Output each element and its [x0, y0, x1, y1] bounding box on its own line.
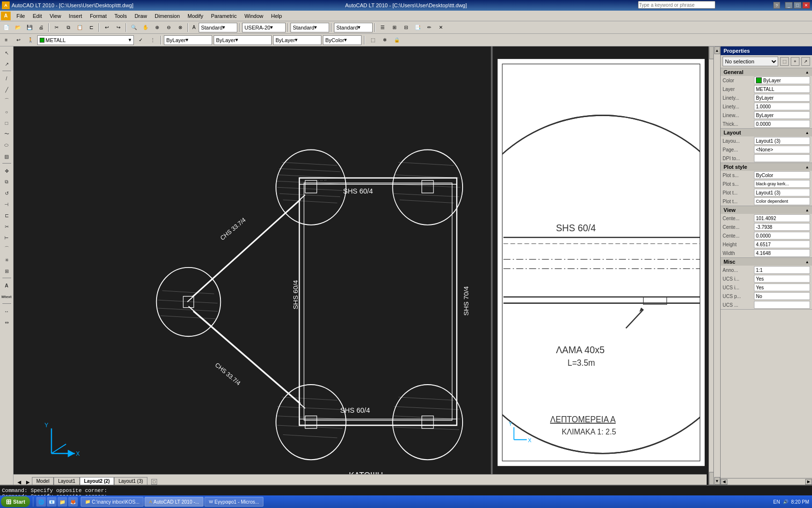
scroll-left-btn[interactable]: ◀	[15, 479, 23, 485]
layer-walk-btn[interactable]: 🚶	[25, 35, 36, 45]
plotstyle-dropdown[interactable]: ByColor▾	[323, 35, 362, 45]
arc-btn[interactable]: ⌒	[1, 95, 12, 106]
ucs-value[interactable]	[754, 301, 810, 309]
scroll-right-btn[interactable]: ▶	[24, 479, 32, 485]
open-btn[interactable]: 📂	[13, 22, 23, 33]
select-obj-btn[interactable]: ↗	[801, 57, 810, 66]
general-header[interactable]: General ▲	[721, 68, 812, 76]
spline-btn[interactable]: 〜	[1, 129, 12, 139]
ucs2-value[interactable]: Yes	[754, 284, 810, 291]
menu-dimension[interactable]: Dimension	[151, 12, 184, 20]
layout-value[interactable]: Layout1 (3)	[754, 137, 810, 145]
search-input[interactable]	[638, 1, 715, 9]
close-file-btn[interactable]: ✕	[435, 22, 446, 33]
scroll-right-right-btn[interactable]: ▶	[805, 479, 812, 485]
style-dropdown[interactable]: Standard▾	[199, 23, 237, 32]
menu-help[interactable]: Help	[267, 12, 286, 20]
annotation-dropdown[interactable]: USERA-20▾	[242, 23, 286, 32]
pickadd-btn[interactable]: +	[791, 57, 799, 66]
ucsp-value[interactable]: No	[754, 292, 810, 300]
circle-btn[interactable]: ○	[1, 106, 12, 117]
anno-value[interactable]: 1:1	[754, 266, 810, 274]
mirror-btn[interactable]: ⊣	[1, 199, 12, 209]
menu-tools[interactable]: Tools	[111, 12, 131, 20]
thickness-value[interactable]: 0.0000	[754, 120, 810, 128]
toggle-value-btn[interactable]: ⬚	[780, 57, 789, 66]
extend-btn[interactable]: ⊢	[1, 232, 12, 243]
menu-window[interactable]: Window	[241, 12, 267, 20]
layout-header[interactable]: Layout ▲	[721, 129, 812, 136]
dimcontinue-btn[interactable]: ⇔	[1, 317, 12, 328]
start-button[interactable]: ⊞ Start	[1, 496, 30, 507]
tablestyle-dropdown[interactable]: Standard▾	[334, 23, 373, 32]
zoom-window-btn[interactable]: ⊕	[152, 22, 162, 33]
fillet-btn[interactable]: ⌒	[1, 243, 12, 254]
redo-btn[interactable]: ↪	[113, 22, 124, 33]
zoom-realtime-btn[interactable]: 🔍	[129, 22, 139, 33]
ucs1-value[interactable]: Yes	[754, 275, 810, 283]
toolpalettes-btn[interactable]: ⊟	[401, 22, 411, 33]
array-btn[interactable]: ⊞	[1, 266, 12, 276]
menu-insert[interactable]: Insert	[65, 12, 86, 20]
menu-parametric[interactable]: Parametric	[207, 12, 240, 20]
explorer-icon[interactable]: 📁	[58, 497, 67, 507]
lineweight-value[interactable]: ByLayer	[754, 111, 810, 119]
menu-modify[interactable]: Modify	[184, 12, 207, 20]
selection-dropdown[interactable]: No selection	[723, 57, 778, 66]
sheetset-btn[interactable]: 📑	[412, 22, 423, 33]
app-menu-icon[interactable]: A	[1, 12, 11, 20]
layer-iso-btn[interactable]: ⬚	[367, 35, 378, 45]
explode-btn[interactable]: ✳	[1, 254, 12, 265]
undo-btn[interactable]: ↩	[102, 22, 112, 33]
copy-btn[interactable]: ⧉	[63, 22, 73, 33]
layer-value[interactable]: METALL	[754, 85, 810, 93]
paste-btn[interactable]: 📋	[74, 22, 85, 33]
menu-edit[interactable]: Edit	[29, 12, 46, 20]
layer-manager-btn[interactable]: ≡	[1, 35, 12, 45]
centerx-value[interactable]: 101.4092	[754, 214, 810, 222]
select-btn[interactable]: ↖	[1, 47, 12, 58]
text-btn[interactable]: A	[1, 280, 12, 291]
plot-btn[interactable]: 🖨	[36, 22, 46, 33]
plott1-value[interactable]: Layout1 (3)	[754, 189, 810, 196]
save-btn[interactable]: 💾	[24, 22, 35, 33]
menu-format[interactable]: Format	[86, 12, 111, 20]
linetypescale-value[interactable]: 1.0000	[754, 103, 810, 110]
dpi-value[interactable]	[754, 154, 810, 162]
dc-btn[interactable]: ⊞	[389, 22, 400, 33]
line-btn[interactable]: /	[1, 73, 12, 84]
plotstyle-header[interactable]: Plot style ▲	[721, 163, 812, 171]
tab-layout2[interactable]: Layout2 (2)	[80, 477, 114, 485]
properties-btn[interactable]: ☰	[377, 22, 388, 33]
layer-states-btn[interactable]: ⋮	[147, 35, 158, 45]
polyline-btn[interactable]: ╱	[1, 84, 12, 95]
new-btn[interactable]: 📄	[1, 22, 12, 33]
menu-view[interactable]: View	[46, 12, 65, 20]
layer-lock-btn[interactable]: 🔒	[392, 35, 402, 45]
tab-layout3[interactable]: Layout1 (3)	[114, 477, 147, 485]
trim-btn[interactable]: ✂	[1, 221, 12, 232]
width-value[interactable]: 4.1648	[754, 249, 810, 257]
close-btn[interactable]: ✕	[802, 2, 810, 9]
layer-freeze-btn[interactable]: ❄	[379, 35, 390, 45]
tab-layout1[interactable]: Layout1	[54, 477, 80, 485]
plots2-value[interactable]: black-gray kerk...	[754, 180, 810, 188]
linetype-value[interactable]: ByLayer	[754, 94, 810, 102]
taskbar-app-1[interactable]: 📁 C:\nancy inbox\KOS...	[81, 497, 144, 507]
pan-btn[interactable]: ✋	[140, 22, 151, 33]
maximize-vp-btn[interactable]: □	[151, 479, 157, 485]
dimlinear-btn[interactable]: ↔	[1, 306, 12, 316]
make-current-btn[interactable]: ✓	[135, 35, 146, 45]
select2-btn[interactable]: ↗	[1, 59, 12, 69]
linetype-dropdown[interactable]: ByLayer▾	[214, 35, 272, 45]
minimize-btn[interactable]: _	[785, 2, 793, 9]
cut-btn[interactable]: ✂	[51, 22, 62, 33]
height-value[interactable]: 4.6517	[754, 240, 810, 248]
zoom-ext-btn[interactable]: ⊗	[175, 22, 186, 33]
matchprop-btn[interactable]: ⊏	[86, 22, 97, 33]
lineweight-dropdown[interactable]: ByLayer▾	[273, 35, 321, 45]
hatch-btn[interactable]: ▨	[1, 151, 12, 162]
rotate-btn[interactable]: ↺	[1, 188, 12, 198]
mtext-btn[interactable]: Mtext	[1, 291, 12, 302]
plots1-value[interactable]: ByColor	[754, 171, 810, 179]
